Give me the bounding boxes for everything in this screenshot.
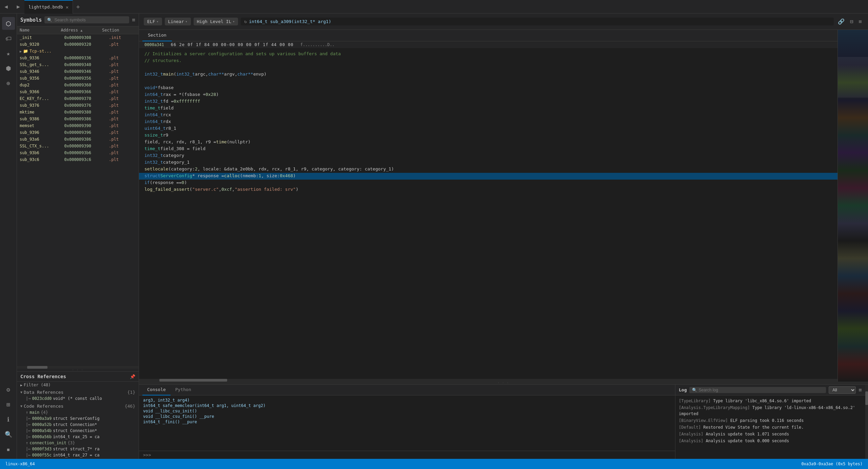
forward-button[interactable]: ▶ bbox=[12, 0, 24, 14]
code-line: field, rcx, rdx, r8_1, r9 = time(nullptr… bbox=[139, 139, 837, 146]
sidebar-icon-search[interactable]: 🔍 bbox=[2, 428, 15, 441]
list-item[interactable]: EC_KEY_fr... 0x000009370 .plt bbox=[17, 95, 139, 102]
list-item[interactable]: sub_9376 0x000009376 .plt bbox=[17, 102, 139, 109]
tab-section[interactable]: Section bbox=[142, 30, 172, 41]
search-symbols-input[interactable] bbox=[54, 17, 126, 22]
filter-item[interactable]: ▶ Filter (48) bbox=[17, 382, 139, 388]
refresh-icon[interactable]: ↻ bbox=[244, 19, 247, 24]
symbols-table-header: Name Address ▲ Section bbox=[17, 26, 139, 34]
file-tab[interactable]: lighttpd.bndb ✕ bbox=[24, 0, 73, 14]
menu-icon[interactable]: ≡ bbox=[857, 17, 863, 26]
tab-python[interactable]: Python bbox=[171, 385, 196, 395]
list-item[interactable]: sub_9356 0x000009356 .plt bbox=[17, 75, 139, 82]
symbols-list: _init 0x000009308 .init sub_9320 0x00000… bbox=[17, 34, 139, 366]
list-item[interactable]: ↑ connection_init {3} bbox=[20, 440, 135, 446]
list-item[interactable]: SSL_CTX_s... 0x000009390 .plt bbox=[17, 143, 139, 149]
log-search-box[interactable]: 🔍 bbox=[689, 387, 826, 393]
minimap[interactable] bbox=[837, 30, 868, 382]
list-item[interactable]: |← 0000f55c int64_t rax_27 = ca bbox=[20, 452, 135, 458]
hil-dropdown[interactable]: High Level IL ▾ bbox=[194, 18, 238, 25]
top-toolbar: ELF ▾ Linear ▾ High Level IL ▾ ↻ int64_t… bbox=[139, 14, 868, 30]
code-editor[interactable]: // Initializes a server configuration an… bbox=[139, 48, 837, 379]
search-icon: 🔍 bbox=[692, 388, 697, 392]
data-references-header[interactable]: ▼ Data References {1} bbox=[20, 389, 135, 395]
log-entry: [Analysis.TypeLibraryMapping] Type libra… bbox=[679, 404, 862, 417]
sidebar-icon-debug[interactable]: ⬢ bbox=[2, 62, 15, 75]
list-item[interactable]: sub_9366 0x000009366 .plt bbox=[17, 88, 139, 95]
list-item[interactable]: sub_9336 0x000009336 .plt bbox=[17, 55, 139, 61]
list-item[interactable]: _init 0x000009308 .init bbox=[17, 34, 139, 41]
list-item[interactable]: dup2 0x000009360 .plt bbox=[17, 82, 139, 88]
status-bar: linux-x86_64 0xa3a9-0xa3ae (0x5 bytes) bbox=[0, 459, 868, 469]
symbols-hscroll[interactable] bbox=[17, 366, 139, 369]
pin-icon[interactable]: 📌 bbox=[130, 374, 135, 379]
cross-refs-body: ▶ Filter (48) ▼ Data References {1} |→ 0… bbox=[17, 382, 139, 459]
list-item[interactable]: |← 0000f3d3 struct struct_7* ra bbox=[20, 446, 135, 452]
code-line: time_t field_308 = field bbox=[139, 146, 837, 152]
tab-console[interactable]: Console bbox=[142, 385, 171, 395]
bottom-resize-handle[interactable]: · · · bbox=[139, 382, 868, 384]
list-item[interactable]: SSL_get_s... 0x000009340 .plt bbox=[17, 61, 139, 68]
elf-dropdown[interactable]: ELF ▾ bbox=[144, 18, 162, 25]
list-item[interactable]: |← 0000a54b struct Connection* bbox=[20, 428, 135, 434]
log-title: Log bbox=[679, 387, 687, 392]
section-tabs: Section bbox=[139, 30, 837, 41]
split-icon[interactable]: ⊟ bbox=[849, 17, 855, 26]
tab-close-button[interactable]: ✕ bbox=[66, 4, 68, 10]
log-entry: [TypeLibrary] Type library 'libc_x86_64.… bbox=[679, 397, 862, 404]
sidebar-icon-settings[interactable]: ⚙ bbox=[2, 383, 15, 396]
console-prompt: >>> bbox=[139, 451, 675, 459]
back-button[interactable]: ◀ bbox=[0, 0, 12, 14]
data-references-section: ▼ Data References {1} |→ 0023cdd0 void* … bbox=[17, 388, 139, 402]
code-line-blank bbox=[139, 78, 837, 85]
list-item[interactable]: ↑ main {4} bbox=[20, 409, 135, 415]
sidebar-icon-bookmarks[interactable]: ★ bbox=[2, 47, 15, 60]
code-line: int32_t main(int32_t argc, char** argv, … bbox=[139, 71, 837, 78]
log-header: Log 🔍 All Error Warning Info Debug ≡ bbox=[675, 385, 865, 395]
code-line-comment: // structures. bbox=[139, 58, 837, 64]
console-line: int64_t _fini() __pure bbox=[143, 419, 671, 425]
tab-add-button[interactable]: + bbox=[73, 0, 83, 14]
log-vscroll[interactable] bbox=[865, 385, 868, 459]
log-menu-icon[interactable]: ≡ bbox=[859, 387, 862, 393]
list-item[interactable]: sub_93b6 0x0000093b6 .plt bbox=[17, 149, 139, 156]
list-item[interactable]: memset 0x000009390 .plt bbox=[17, 122, 139, 129]
linear-dropdown[interactable]: Linear ▾ bbox=[165, 18, 191, 25]
list-item[interactable]: |→ 0023cdd0 void* (* const callo bbox=[20, 395, 135, 402]
log-search-input[interactable] bbox=[698, 388, 823, 392]
console-panel: Console Python arg3, int32_t arg4) int64… bbox=[139, 385, 675, 459]
code-line: uint64_t r8_1 bbox=[139, 125, 837, 132]
symbols-menu-icon[interactable]: ≡ bbox=[132, 17, 135, 23]
sidebar-icon-symbols[interactable]: ⬡ bbox=[2, 17, 15, 30]
col-name: Name bbox=[20, 28, 61, 33]
sidebar-icon-tags[interactable]: 🏷 bbox=[2, 32, 15, 45]
sidebar-icon-graph[interactable]: ⊕ bbox=[2, 77, 15, 89]
symbols-title: Symbols bbox=[20, 17, 42, 23]
list-item[interactable]: mktime 0x000009380 .plt bbox=[17, 109, 139, 116]
console-line: void __libc_csu_fini() __pure bbox=[143, 414, 671, 419]
list-item[interactable]: sub_9320 0x000009320 .plt bbox=[17, 41, 139, 48]
list-item[interactable]: |← 0000a3a9 struct ServerConfig bbox=[20, 415, 135, 422]
list-item[interactable]: sub_9346 0x000009346 .plt bbox=[17, 68, 139, 75]
list-item[interactable]: sub_9396 0x000009396 .plt bbox=[17, 129, 139, 136]
hscroll-bar[interactable] bbox=[139, 379, 837, 382]
list-item[interactable]: |← 0000a52b struct Connection* bbox=[20, 422, 135, 428]
code-line: int32_t category_1 bbox=[139, 159, 837, 166]
log-filter-select[interactable]: All Error Warning Info Debug bbox=[829, 386, 856, 394]
link-icon[interactable]: 🔗 bbox=[836, 17, 846, 26]
code-references-header[interactable]: ▼ Code References {46} bbox=[20, 403, 135, 409]
resize-handle[interactable]: · · · bbox=[17, 369, 139, 371]
list-item[interactable]: sub_9386 0x000009386 .plt bbox=[17, 116, 139, 122]
log-panel: Log 🔍 All Error Warning Info Debug ≡ bbox=[675, 385, 865, 459]
list-item[interactable]: sub_93a6 0x000009386 .plt bbox=[17, 136, 139, 143]
sidebar-icon-info[interactable]: ℹ bbox=[2, 413, 15, 426]
search-icon: 🔍 bbox=[47, 18, 52, 22]
list-item[interactable]: |← 0000a56b int64_t rax_25 = ca bbox=[20, 434, 135, 440]
sidebar-icon-terminal[interactable]: ▪ bbox=[2, 443, 15, 455]
sidebar-icon-layers[interactable]: ⊞ bbox=[2, 398, 15, 411]
list-item-folder[interactable]: ▶ 📁 Tcp-st... bbox=[17, 48, 139, 55]
list-item[interactable]: sub_93c6 0x0000093c6 .plt bbox=[17, 156, 139, 163]
function-signature: int64_t sub_a309(int32_t* arg1) bbox=[249, 19, 331, 24]
search-symbols-box[interactable]: 🔍 bbox=[44, 16, 129, 23]
log-entry: [Default] Restored View State for the cu… bbox=[679, 424, 862, 431]
